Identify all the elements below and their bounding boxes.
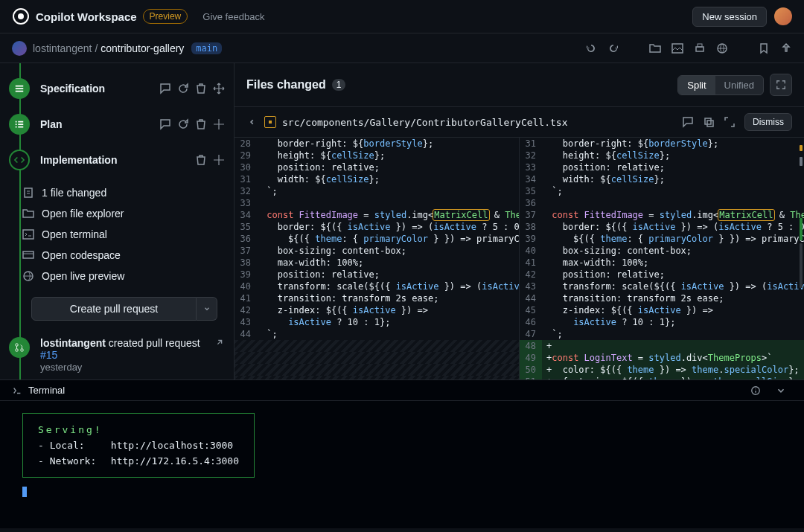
expand-icon[interactable]	[724, 116, 736, 128]
code-icon	[9, 150, 30, 170]
terminal-tab[interactable]: Terminal	[0, 380, 804, 401]
diff-line: 31 width: ${cellSize};	[234, 173, 519, 185]
diff-line: 43 transform: scale(${({ isActive }) => …	[520, 281, 804, 292]
diff-line: 37 box-sizing: content-box;	[234, 245, 519, 257]
refresh-icon[interactable]	[177, 83, 189, 94]
folder-icon[interactable]	[649, 42, 661, 54]
share-icon[interactable]	[780, 42, 792, 54]
trash-icon[interactable]	[195, 83, 207, 94]
diff-line: 38 border: ${({ isActive }) => (isActive…	[520, 221, 804, 233]
trash-icon[interactable]	[195, 118, 207, 130]
diff-pane-left[interactable]: 28 border-right: ${borderStyle};29 heigh…	[234, 138, 520, 379]
sidebar-item-label: Open live preview	[42, 270, 124, 282]
checklist-icon	[9, 114, 30, 135]
step-implementation[interactable]: Implementation	[9, 142, 225, 178]
app-header: Copilot Workspace Preview Give feedback …	[0, 0, 804, 33]
chevron-down-icon[interactable]	[776, 385, 792, 396]
user-avatar[interactable]	[774, 7, 792, 25]
terminal-icon	[22, 228, 34, 240]
files-count-badge: 1	[332, 79, 346, 91]
sidebar-item-label: 1 file changed	[42, 187, 106, 199]
sidebar-item-files-changed[interactable]: 1 file changed	[16, 182, 225, 203]
unified-view-button[interactable]: Unified	[715, 76, 763, 94]
codespace-icon	[22, 249, 34, 261]
diff-line: 48+	[520, 340, 804, 352]
main-panel: Files changed 1 Split Unified src/compon…	[234, 63, 804, 379]
bookmark-icon[interactable]	[758, 42, 770, 54]
svg-point-11	[16, 349, 19, 352]
chevron-down-icon	[246, 117, 257, 127]
info-icon[interactable]	[750, 385, 767, 396]
diff-line: 46 isActive ? 10 : 1};	[520, 316, 804, 328]
split-view-button[interactable]: Split	[678, 76, 715, 94]
file-header[interactable]: src/components/Gallery/ContributorGaller…	[234, 106, 804, 138]
copy-icon[interactable]	[703, 116, 715, 128]
terminal-cursor	[22, 487, 27, 497]
globe-icon[interactable]	[716, 42, 728, 54]
diff-line: 32 `;	[234, 185, 519, 197]
chevron-down-icon	[203, 305, 211, 313]
create-pr-button[interactable]: Create pull request	[31, 297, 197, 321]
sidebar-item-codespace[interactable]: Open codespace	[16, 245, 225, 266]
pr-icon	[9, 337, 30, 358]
diff-line: 41 transition: transform 2s ease;	[234, 292, 519, 304]
terminal-body[interactable]: Serving! - Local: http://localhost:3000 …	[0, 401, 804, 511]
branch-tag[interactable]: main	[191, 42, 222, 54]
refresh-icon[interactable]	[177, 118, 189, 130]
breadcrumb-repo[interactable]: contributor-gallery	[100, 42, 184, 54]
step-specification[interactable]: Specification	[9, 71, 225, 106]
move-icon[interactable]	[213, 154, 225, 166]
diff-line: 28 border-right: ${borderStyle};	[234, 138, 519, 150]
diff-pane-right[interactable]: 31 border-right: ${borderStyle};32 heigh…	[520, 138, 804, 379]
svg-point-12	[21, 349, 24, 352]
globe-icon	[22, 270, 34, 282]
activity-pr-link[interactable]: #15	[40, 349, 57, 361]
diff-icon	[22, 187, 34, 199]
diff-view: 28 border-right: ${borderStyle};29 heigh…	[234, 138, 804, 379]
diff-line: 34 width: ${cellSize};	[520, 173, 804, 185]
print-icon[interactable]	[694, 42, 706, 54]
view-toggle: Split Unified	[677, 75, 764, 95]
dismiss-button[interactable]: Dismiss	[744, 113, 792, 131]
diff-line: 31 border-right: ${borderStyle};	[520, 138, 804, 150]
move-icon[interactable]	[213, 118, 225, 130]
svg-rect-8	[23, 251, 34, 258]
activity-time: yesterday	[40, 362, 82, 373]
comment-icon[interactable]	[682, 116, 694, 128]
create-pr-dropdown[interactable]	[197, 297, 217, 321]
step-plan[interactable]: Plan	[9, 106, 225, 142]
svg-rect-14	[707, 121, 713, 126]
expand-button[interactable]	[770, 74, 792, 96]
move-icon[interactable]	[213, 83, 225, 94]
breadcrumb-owner[interactable]: lostintangent	[33, 42, 92, 54]
sidebar-item-file-explorer[interactable]: Open file explorer	[16, 203, 225, 224]
step-label: Specification	[40, 83, 159, 94]
redo-icon[interactable]	[607, 42, 619, 54]
diff-line: 35 `;	[520, 185, 804, 197]
diff-line: 51+ font-size: ${({ theme }) => theme.ce…	[520, 376, 804, 379]
activity-item[interactable]: lostintangent created pull request #15 y…	[9, 331, 225, 379]
svg-point-1	[18, 13, 24, 19]
diff-line: 32 height: ${cellSize};	[520, 150, 804, 161]
diff-line: 35 border: ${({ isActive }) => (isActive…	[234, 221, 519, 233]
sidebar-item-label: Open terminal	[42, 228, 107, 240]
minimap[interactable]	[800, 145, 803, 291]
diff-line: 44 transition: transform 2s ease;	[520, 292, 804, 304]
diff-line: 36	[520, 197, 804, 209]
sidebar-item-terminal[interactable]: Open terminal	[16, 224, 225, 245]
new-session-button[interactable]: New session	[692, 7, 767, 27]
sidebar-item-label: Open codespace	[42, 249, 121, 261]
diff-line: 37 const FittedImage = styled.img<Matrix…	[520, 209, 804, 221]
undo-icon[interactable]	[585, 42, 597, 54]
sidebar-item-live-preview[interactable]: Open live preview	[16, 266, 225, 286]
diff-line: 45 z-index: ${({ isActive }) =>	[520, 304, 804, 316]
trash-icon[interactable]	[195, 154, 207, 166]
svg-point-10	[16, 344, 19, 347]
diff-line: 40 box-sizing: content-box;	[520, 245, 804, 257]
comment-icon[interactable]	[159, 118, 171, 130]
image-icon[interactable]	[671, 42, 683, 54]
comment-icon[interactable]	[159, 83, 171, 94]
give-feedback-link[interactable]: Give feedback	[202, 11, 264, 22]
diff-line: 41 max-width: 100%;	[520, 257, 804, 269]
terminal-local-url: http://localhost:3000	[111, 440, 233, 451]
